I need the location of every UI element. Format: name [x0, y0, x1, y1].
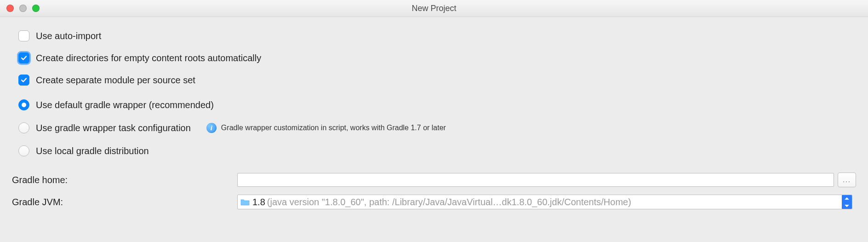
local-dist-radio[interactable]: [18, 145, 29, 156]
gradle-jvm-combobox[interactable]: 1.8 (java version "1.8.0_60", path: /Lib…: [237, 195, 852, 209]
dialog-body: Use auto-import Create directories for e…: [0, 17, 868, 209]
window-title: New Project: [0, 4, 868, 13]
default-wrapper-radio[interactable]: [18, 99, 29, 110]
gradle-home-row: Gradle home: ...: [12, 173, 856, 187]
gradle-jvm-label: Gradle JVM:: [12, 197, 237, 207]
chevron-up-icon: [845, 197, 849, 200]
gradle-jvm-row: Gradle JVM: 1.8 (java version "1.8.0_60"…: [12, 195, 856, 209]
wrapper-task-row: Use gradle wrapper task configuration i …: [12, 118, 856, 138]
default-wrapper-row: Use default gradle wrapper (recommended): [12, 95, 856, 115]
combobox-stepper-icon[interactable]: [842, 195, 852, 209]
wrapper-task-label: Use gradle wrapper task configuration: [36, 123, 191, 133]
create-dirs-row: Create directories for empty content roo…: [12, 48, 856, 68]
local-dist-label: Use local gradle distribution: [36, 146, 149, 156]
titlebar: New Project: [0, 0, 868, 17]
folder-icon: [240, 198, 250, 206]
gradle-home-input[interactable]: [237, 173, 834, 187]
wrapper-task-radio[interactable]: [18, 122, 29, 133]
auto-import-checkbox[interactable]: [18, 30, 29, 41]
auto-import-label: Use auto-import: [36, 31, 101, 41]
new-project-window: New Project Use auto-import Create direc…: [0, 0, 868, 242]
sep-module-checkbox[interactable]: [18, 75, 29, 86]
gradle-home-label: Gradle home:: [12, 175, 237, 185]
gradle-home-browse-button[interactable]: ...: [838, 173, 856, 187]
chevron-down-icon: [845, 205, 849, 207]
default-wrapper-label: Use default gradle wrapper (recommended): [36, 100, 214, 110]
gradle-jvm-value: 1.8: [252, 197, 265, 207]
auto-import-row: Use auto-import: [12, 26, 856, 46]
wrapper-task-hint-text: Gradle wrapper customization in script, …: [221, 124, 446, 132]
create-dirs-label: Create directories for empty content roo…: [36, 53, 261, 63]
gradle-jvm-detail: (java version "1.8.0_60", path: /Library…: [267, 197, 631, 207]
sep-module-label: Create separate module per source set: [36, 75, 195, 86]
create-dirs-checkbox[interactable]: [18, 52, 29, 63]
wrapper-task-hint: i Gradle wrapper customization in script…: [206, 123, 446, 133]
local-dist-row: Use local gradle distribution: [12, 141, 856, 161]
info-icon: i: [206, 123, 217, 133]
sep-module-row: Create separate module per source set: [12, 70, 856, 90]
